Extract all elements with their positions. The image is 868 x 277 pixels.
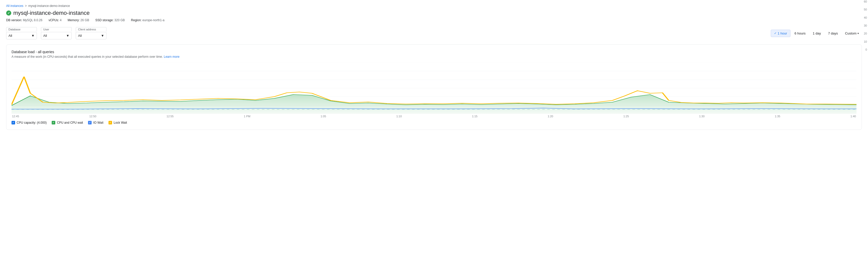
yaxis-label: 40: [860, 16, 867, 19]
storage: SSD storage: 320 GB: [95, 19, 125, 22]
legend-lock-wait: Lock Wait: [108, 121, 127, 125]
database-select[interactable]: All ▼: [6, 32, 37, 39]
chart-xaxis: 12:45 12:50 12:55 1 PM 1:05 1:10 1:15 1:…: [11, 115, 857, 118]
user-arrow-icon: ▼: [66, 34, 69, 38]
client-address-arrow-icon: ▼: [101, 34, 104, 38]
memory: Memory: 26 GB: [67, 19, 89, 22]
xaxis-label: 1:25: [623, 115, 629, 118]
legend-checkbox-lock-wait[interactable]: [108, 121, 112, 125]
client-address-filter: Client address All ▼: [76, 27, 106, 39]
xaxis-label: 12:50: [89, 115, 96, 118]
time-btn-6hours[interactable]: 6 hours: [792, 30, 809, 37]
legend-cpu-capacity: CPU capacity: (4.000): [11, 121, 46, 125]
legend-checkbox-cpu-wait[interactable]: [52, 121, 55, 125]
time-btn-custom[interactable]: Custom: [842, 30, 862, 37]
xaxis-label: 1 PM: [244, 115, 250, 118]
legend-checkbox-io-wait[interactable]: [88, 121, 92, 125]
client-address-select[interactable]: All ▼: [76, 32, 106, 39]
user-filter-label: User: [41, 27, 72, 31]
client-address-value: All: [78, 34, 82, 38]
yaxis-label: 50: [860, 8, 867, 11]
legend-label-cpu-wait: CPU and CPU wait: [57, 121, 83, 125]
chart-legend: CPU capacity: (4.000) CPU and CPU wait I…: [11, 121, 857, 125]
breadcrumb-separator: >: [25, 4, 27, 8]
legend-label-io-wait: IO Wait: [93, 121, 103, 125]
db-version: DB version: MySQL 8.0.26: [6, 19, 42, 22]
region: Region: europe-north1-a: [131, 19, 164, 22]
time-btn-1hour[interactable]: 1 hour: [771, 30, 790, 37]
filters-row: Database All ▼ User All ▼ Client address…: [6, 27, 862, 39]
xaxis-label: 12:55: [166, 115, 174, 118]
vcpus: vCPUs: 4: [49, 19, 62, 22]
chart-yaxis: 60 50 40 30 20 10 0: [860, 0, 868, 51]
legend-checkbox-cpu-capacity[interactable]: [11, 121, 15, 125]
xaxis-label: 1:30: [699, 115, 705, 118]
main-page: All instances > mysql-instance-demo-inst…: [0, 0, 868, 138]
yaxis-label: 10: [860, 40, 867, 43]
xaxis-label: 1:15: [472, 115, 477, 118]
time-btn-7days[interactable]: 7 days: [825, 30, 841, 37]
user-filter: User All ▼: [41, 27, 72, 39]
breadcrumb: All instances > mysql-instance-demo-inst…: [6, 4, 862, 8]
chart-title: Database load - all queries: [11, 50, 857, 54]
xaxis-label: 1:10: [396, 115, 402, 118]
legend-label-lock-wait: Lock Wait: [114, 121, 127, 125]
chart-description: A measure of the work (in CPU-seconds) t…: [11, 55, 857, 59]
legend-cpu-wait: CPU and CPU wait: [52, 121, 83, 125]
instance-title-row: mysql-instance-demo-instance: [6, 10, 862, 16]
xaxis-label: 1:35: [775, 115, 780, 118]
legend-io-wait: IO Wait: [88, 121, 103, 125]
status-icon: [6, 10, 11, 15]
yaxis-label: 20: [860, 32, 867, 35]
xaxis-label: 12:45: [12, 115, 19, 118]
database-value: All: [8, 34, 12, 38]
time-btn-1day[interactable]: 1 day: [810, 30, 824, 37]
svg-marker-8: [11, 95, 857, 114]
chart-section: Database load - all queries A measure of…: [6, 44, 862, 130]
user-select[interactable]: All ▼: [41, 32, 72, 39]
yaxis-label: 30: [860, 24, 867, 27]
yaxis-label: 60: [860, 0, 867, 3]
client-address-filter-label: Client address: [76, 27, 106, 31]
database-arrow-icon: ▼: [31, 34, 35, 38]
xaxis-label: 1:20: [548, 115, 553, 118]
database-filter-label: Database: [6, 27, 37, 31]
legend-label-cpu-capacity: CPU capacity: (4.000): [17, 121, 46, 125]
breadcrumb-parent[interactable]: All instances: [6, 4, 23, 8]
instance-meta: DB version: MySQL 8.0.26 vCPUs: 4 Memory…: [6, 19, 862, 22]
xaxis-label: 1:05: [321, 115, 326, 118]
database-filter: Database All ▼: [6, 27, 37, 39]
chart-svg: [11, 63, 857, 114]
time-range-selector: 1 hour 6 hours 1 day 7 days Custom: [771, 30, 862, 37]
yaxis-label: 0: [860, 48, 867, 51]
breadcrumb-current: mysql-instance-demo-instance: [28, 4, 70, 8]
xaxis-label: 1:40: [850, 115, 856, 118]
instance-name: mysql-instance-demo-instance: [13, 10, 90, 16]
user-value: All: [43, 34, 47, 38]
learn-more-link[interactable]: Learn more: [164, 55, 179, 59]
